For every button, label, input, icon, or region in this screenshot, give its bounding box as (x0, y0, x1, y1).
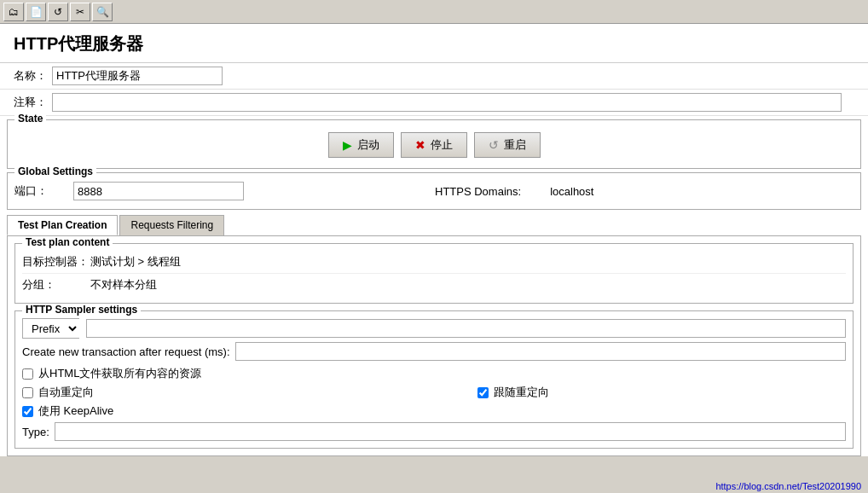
group-value: 不对样本分组 (90, 277, 846, 293)
toolbar-btn-5[interactable]: 🔍 (92, 3, 113, 21)
checkbox3[interactable] (22, 406, 33, 417)
name-label: 名称： (14, 68, 47, 84)
global-row: 端口： HTTPS Domains: localhost (14, 178, 854, 204)
tab-requests-filtering[interactable]: Requests Filtering (119, 215, 224, 235)
https-value: localhost (550, 185, 593, 198)
tab-content: Test plan content 目标控制器： 测试计划 > 线程组 分组： … (7, 235, 861, 456)
prefix-select[interactable]: Prefix Suffix None (22, 318, 79, 339)
toolbar: 🗂 📄 ↺ ✂ 🔍 (0, 0, 868, 24)
target-controller-value: 测试计划 > 线程组 (90, 254, 846, 270)
transaction-input[interactable] (235, 342, 847, 361)
toolbar-btn-4[interactable]: ✂ (70, 3, 90, 21)
http-sampler-legend: HTTP Sampler settings (22, 304, 141, 316)
state-section: State ▶ 启动 ✖ 停止 ↺ 重启 (7, 119, 861, 169)
stop-icon: ✖ (415, 138, 425, 152)
checkbox4[interactable] (477, 387, 489, 398)
stop-button[interactable]: ✖ 停止 (401, 132, 467, 158)
start-button[interactable]: ▶ 启动 (328, 132, 394, 158)
target-controller-label: 目标控制器： (22, 254, 90, 270)
restart-icon: ↺ (489, 138, 499, 152)
checkbox24-row: 自动重定向 跟随重定向 (22, 385, 846, 400)
comment-row: 注释： (0, 90, 868, 116)
checkbox2[interactable] (22, 387, 33, 398)
tabs-bar: Test Plan Creation Requests Filtering (7, 215, 861, 235)
comment-label: 注释： (14, 95, 47, 110)
transaction-label: Create new transaction after request (ms… (22, 345, 230, 358)
group-label: 分组： (22, 277, 90, 293)
http-sampler-section: HTTP Sampler settings Prefix Suffix None… (14, 310, 854, 449)
https-label: HTTPS Domains: (435, 185, 521, 198)
global-settings-section: Global Settings 端口： HTTPS Domains: local… (7, 172, 861, 210)
page-title: HTTP代理服务器 (0, 24, 868, 63)
name-row: 名称： (0, 63, 868, 90)
name-input[interactable] (52, 67, 223, 85)
state-buttons: ▶ 启动 ✖ 停止 ↺ 重启 (14, 129, 854, 161)
checkbox1[interactable] (22, 368, 33, 380)
comment-input[interactable] (52, 93, 842, 112)
port-input[interactable] (73, 182, 244, 200)
main-content: HTTP代理服务器 名称： 注释： State ▶ 启动 ✖ 停止 ↺ 重启 (0, 24, 868, 456)
test-plan-legend: Test plan content (22, 236, 113, 248)
port-label: 端口： (14, 183, 48, 199)
checkbox3-label: 使用 KeepAlive (38, 403, 113, 419)
test-plan-content-section: Test plan content 目标控制器： 测试计划 > 线程组 分组： … (14, 243, 854, 304)
checkbox2-label: 自动重定向 (38, 385, 94, 400)
toolbar-btn-3[interactable]: ↺ (48, 3, 68, 21)
target-controller-row: 目标控制器： 测试计划 > 线程组 (22, 251, 846, 274)
group-row: 分组： 不对样本分组 (22, 274, 846, 296)
toolbar-btn-2[interactable]: 📄 (26, 3, 46, 21)
type-label: Type: (22, 426, 49, 438)
global-legend: Global Settings (14, 165, 96, 177)
state-legend: State (14, 113, 46, 125)
play-icon: ▶ (343, 138, 352, 152)
checkbox3-row: 使用 KeepAlive (22, 403, 846, 419)
sampler-top-row: Prefix Suffix None (22, 318, 846, 339)
prefix-text-input[interactable] (86, 319, 846, 338)
checkbox2-group: 自动重定向 (22, 385, 94, 400)
stop-label: 停止 (431, 137, 453, 153)
toolbar-btn-1[interactable]: 🗂 (3, 3, 24, 21)
restart-button[interactable]: ↺ 重启 (474, 132, 541, 158)
tab-test-plan-creation[interactable]: Test Plan Creation (7, 215, 118, 235)
type-input[interactable] (55, 422, 846, 441)
transaction-row: Create new transaction after request (ms… (22, 342, 846, 361)
checkbox4-label: 跟随重定向 (494, 385, 549, 400)
type-row: Type: (22, 422, 846, 441)
checkbox1-label: 从HTML文件获取所有内容的资源 (38, 366, 201, 381)
restart-label: 重启 (504, 137, 526, 153)
prefix-dropdown: Prefix Suffix None (22, 318, 79, 339)
checkbox4-group: 跟随重定向 (477, 385, 549, 400)
checkbox1-row: 从HTML文件获取所有内容的资源 (22, 366, 846, 381)
start-label: 启动 (357, 137, 379, 153)
